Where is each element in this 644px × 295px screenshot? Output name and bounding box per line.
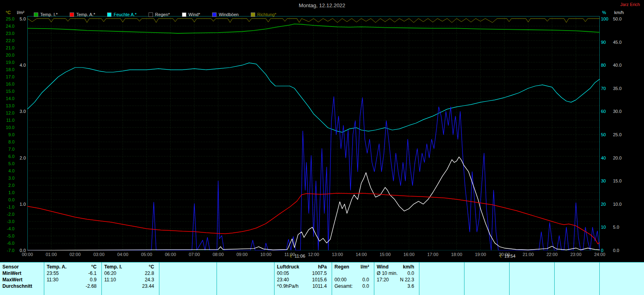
axis-temp-tick: 23.0 (1, 31, 14, 36)
axis-wind-tick: 50.0 (613, 16, 630, 22)
col-unit: km/h (403, 264, 414, 270)
axis-humidity-tick: 40 (601, 155, 611, 161)
left-axis-unit-rain: l/m² (17, 10, 24, 15)
axis-humidity-tick: 80 (601, 62, 611, 68)
axis-temp-tick: -5.0 (1, 233, 14, 239)
cell-value: 1015.6 (312, 277, 327, 283)
legend-item-feuchte-a: Feuchte A.* (107, 12, 136, 17)
legend-item-wind: Wind* (182, 12, 200, 17)
axis-temp-tick: 1.0 (1, 190, 14, 195)
col-header: Wind (377, 264, 388, 270)
axis-temp-tick: 25.0 (1, 16, 14, 22)
cell-time: 00:00 (334, 277, 347, 283)
table-col-spacer (600, 262, 644, 295)
cell-time: 17:20 (377, 277, 389, 283)
axis-temp-tick: 19.0 (1, 59, 14, 65)
axis-temp-tick: 6.0 (1, 154, 14, 159)
marker-time: 11:06 (295, 254, 305, 258)
axis-temp-tick: -4.0 (1, 226, 14, 231)
col-header: Regen (334, 264, 349, 270)
axis-time-tick: 14:00 (353, 252, 370, 257)
axis-temp-tick: -7.0 (1, 248, 14, 253)
cell-time: 11:10 (104, 277, 116, 283)
axis-time-tick: 06:00 (162, 252, 180, 257)
row-label: MaxWert (2, 277, 23, 283)
axis-time-tick: 17:00 (424, 252, 442, 257)
cell-value: 23.44 (142, 283, 154, 289)
legend-label: Windböen (219, 12, 239, 17)
table-col-rowlabels: Sensor MinWert MaxWert Durchschnitt (0, 262, 44, 295)
axis-rain-tick: 5.0 (17, 16, 26, 22)
axis-humidity-tick: 10 (601, 224, 611, 230)
col-unit: °C (91, 264, 97, 270)
cell-time: 11:30 (47, 277, 58, 283)
axis-time-tick: 23:00 (567, 252, 585, 257)
axis-temp-tick: -6.0 (1, 240, 14, 246)
axis-temp-tick: -1.0 (1, 204, 14, 210)
stats-table: Sensor MinWert MaxWert Durchschnitt Temp… (0, 262, 644, 295)
axis-wind-tick: 5.0 (613, 224, 630, 230)
axis-time-tick: 22:00 (543, 252, 561, 257)
legend-label: Richtung* (257, 12, 277, 17)
cell-time: 06:20 (104, 270, 116, 277)
table-col-spacer (217, 262, 275, 295)
cell-time: 23:55 (47, 270, 59, 277)
axis-temp-tick: 21.0 (1, 45, 14, 51)
axis-temp-tick: 8.0 (1, 139, 14, 145)
axis-time-tick: 07:00 (186, 252, 203, 257)
cell-value: 3.6 (407, 283, 414, 289)
left-axis-unit-temp: °C (6, 10, 10, 15)
axis-time-tick: 02:00 (66, 252, 84, 257)
cell-value: -2.68 (86, 283, 97, 289)
legend-swatch-windboeen (212, 12, 217, 17)
axis-temp-tick: 0.0 (1, 197, 14, 203)
chart-plot[interactable] (27, 16, 600, 250)
axis-temp-tick: 7.0 (1, 146, 14, 152)
legend-label: Regen* (155, 12, 170, 17)
legend-item-temp-a: Temp. A.* (70, 12, 95, 17)
legend-swatch-temp-a (70, 12, 74, 17)
axis-temp-tick: 13.0 (1, 103, 14, 109)
table-col-regen: Regenl/m² 00:000.0 Gesamt:0.0 (332, 262, 374, 295)
axis-time-tick: 19:00 (472, 252, 489, 257)
axis-time-tick: 15:00 (376, 252, 394, 257)
axis-humidity-tick: 90 (601, 39, 611, 45)
axis-humidity-tick: 60 (601, 109, 611, 114)
table-col-spacer (159, 262, 217, 295)
axis-time-tick: 09:00 (233, 252, 251, 257)
cell-label: ^0.9hPa/h (277, 283, 299, 289)
marker-time: 19:54 (504, 254, 516, 258)
axis-wind-tick: 10.0 (613, 201, 630, 207)
axis-temp-tick: 15.0 (1, 88, 14, 94)
axis-temp-tick: 3.0 (1, 175, 14, 181)
plot-border (28, 16, 600, 250)
axis-rain-tick: 2.0 (17, 155, 26, 161)
legend-swatch-feuchte-a (107, 12, 111, 17)
axis-temp-tick: 16.0 (1, 81, 14, 87)
col-header: Temp. A. (47, 264, 66, 270)
cell-value: -6.1 (88, 270, 97, 277)
cell-value: 0.0 (407, 270, 414, 277)
legend-swatch-richtung (251, 12, 255, 17)
cell-time: 23:40 (277, 277, 289, 283)
series-windboeen (27, 97, 600, 251)
table-col-luftdruck: LuftdruckhPa 00:051007.5 23:401015.6 ^0.… (275, 262, 332, 295)
axis-temp-tick: 4.0 (1, 168, 14, 174)
axis-temp-tick: 12.0 (1, 110, 14, 116)
legend-swatch-wind (182, 12, 186, 17)
moonrise-marker: ☾19:54 (500, 254, 516, 258)
axis-humidity-tick: 70 (601, 86, 611, 91)
axis-wind-tick: 30.0 (613, 109, 630, 114)
legend-label: Temp. A.* (76, 12, 95, 17)
table-col-spacer (464, 262, 510, 295)
weather-chart-panel: Montag, 12.12.2022 Jarz Erich °C l/m² % … (0, 0, 644, 262)
station-name: Jarz Erich (620, 2, 640, 7)
cell-value: N 22.3 (400, 277, 414, 283)
axis-rain-tick: 3.0 (17, 109, 26, 114)
series-feuchte-a (27, 63, 600, 132)
axis-temp-tick: 2.0 (1, 182, 14, 188)
axis-humidity-tick: 20 (601, 201, 611, 207)
axis-wind-tick: 15.0 (613, 178, 630, 184)
axis-temp-tick: -2.0 (1, 211, 14, 217)
axis-wind-tick: 45.0 (613, 39, 630, 45)
